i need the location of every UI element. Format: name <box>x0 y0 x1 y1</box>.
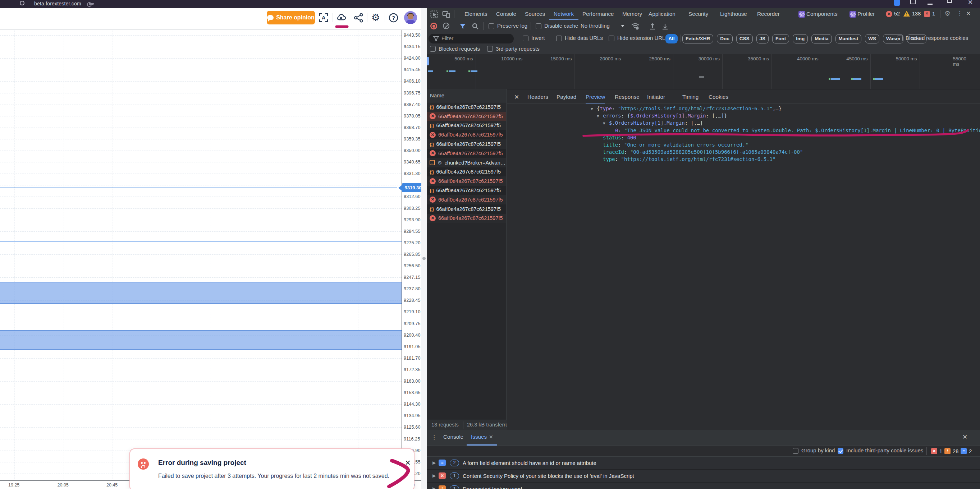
preserve-log-checkbox[interactable] <box>488 23 494 29</box>
invert-checkbox[interactable] <box>523 36 528 41</box>
page-scrollbar[interactable] <box>422 8 427 489</box>
devtools-tab-lighthouse[interactable]: Lighthouse <box>715 8 752 20</box>
json-line[interactable]: traceId: "00-ad53509ad5288205e500f10f5b9… <box>603 149 803 155</box>
hide-extension-urls-checkbox[interactable] <box>609 36 614 41</box>
filter-chip-font[interactable]: Font <box>772 34 789 43</box>
details-tab-payload[interactable]: Payload <box>557 91 576 103</box>
devtools-tab-memory[interactable]: Memory <box>617 8 647 20</box>
filter-chip-manifest[interactable]: Manifest <box>835 34 862 43</box>
json-line[interactable]: type: "https://tools.ietf.org/html/rfc72… <box>603 156 775 162</box>
inspect-icon[interactable] <box>430 10 438 18</box>
filter-toggle-icon[interactable] <box>459 23 466 30</box>
details-tab-preview[interactable]: Preview <box>585 91 605 103</box>
disable-cache-label[interactable]: Disable cache <box>544 23 578 29</box>
json-line[interactable]: 0: "The JSON value could not be converte… <box>615 127 980 133</box>
blocked-cookies-label[interactable]: Blocked response cookies <box>905 35 968 41</box>
export-har-icon[interactable] <box>661 22 669 30</box>
drawer-close-button[interactable]: ✕ <box>963 433 967 441</box>
column-header-name[interactable]: Name <box>427 89 506 102</box>
json-line[interactable]: status: 400 <box>603 135 636 140</box>
devtools-tab-profiler[interactable]: Profiler <box>858 8 875 20</box>
devtools-tab-performance[interactable]: Performance <box>578 8 619 20</box>
filter-chip-img[interactable]: Img <box>793 34 808 43</box>
share-opinion-button[interactable]: Share opinion <box>267 11 315 24</box>
json-preview[interactable]: ▼{type: "https://tools.ietf.org/html/rfc… <box>507 103 980 427</box>
chart-zone-rect-2[interactable] <box>0 330 402 350</box>
request-row[interactable]: ✕66aff0e4a267c87c621597f5 <box>427 176 506 186</box>
throttling-select[interactable]: No throttling <box>581 23 610 29</box>
window-restore-button[interactable] <box>947 0 952 3</box>
text-select-icon[interactable]: A <box>318 12 329 23</box>
third-party-cookies-label[interactable]: Include third-party cookie issues <box>846 447 923 453</box>
import-har-icon[interactable] <box>649 22 657 30</box>
error-count[interactable]: 52 <box>894 11 900 16</box>
json-line[interactable]: $.OrdersHistory[1].Margin: [,…] <box>609 120 703 126</box>
disable-cache-checkbox[interactable] <box>536 23 541 29</box>
details-tab-response[interactable]: Response <box>615 91 640 103</box>
devtools-tab-recorder[interactable]: Recorder <box>752 8 784 20</box>
details-tab-cookies[interactable]: Cookies <box>709 91 729 103</box>
third-party-label[interactable]: 3rd-party requests <box>496 46 539 52</box>
details-tab-timing[interactable]: Timing <box>682 91 698 103</box>
scrollbar-thumb[interactable] <box>422 257 426 260</box>
third-party-cookies-checkbox[interactable] <box>838 448 843 454</box>
issue-row[interactable]: ▶≡2A form field element should have an i… <box>427 457 980 470</box>
record-button[interactable] <box>430 23 437 29</box>
browser-tab[interactable]: beta.forextester.com <box>34 1 81 6</box>
devtools-tab-application[interactable]: Application <box>644 8 680 20</box>
extension-shield-icon[interactable] <box>894 0 900 6</box>
issue-row[interactable]: ▶✕1Content Security Policy of your site … <box>427 470 980 483</box>
device-toolbar-icon[interactable] <box>442 10 450 18</box>
json-line[interactable]: errors: {$.OrdersHistory[1].Margin: [,…]… <box>603 113 727 119</box>
issue-count[interactable]: 1 <box>932 11 935 16</box>
request-row[interactable]: ✕66aff0e4a267c87c621597f5 <box>427 149 506 158</box>
devtools-close-button[interactable]: ✕ <box>966 10 970 17</box>
request-row[interactable]: ✕66aff0e4a267c87c621597f5 <box>427 214 506 223</box>
help-icon[interactable]: ? <box>388 12 399 23</box>
cloud-sync-icon[interactable] <box>336 12 347 23</box>
devtools-settings-icon[interactable]: ⚙ <box>944 10 951 17</box>
request-row[interactable]: {;}66aff0e4a267c87c621597f5 <box>427 121 506 130</box>
group-by-kind-checkbox[interactable] <box>793 448 799 454</box>
request-row[interactable]: ‥⚙chunked?Broker=Advan… <box>427 158 506 167</box>
blocked-requests-label[interactable]: Blocked requests <box>439 46 480 52</box>
console-errors-icon[interactable]: ✕ <box>886 11 892 17</box>
issues-tab-close-icon[interactable]: ✕ <box>489 434 493 440</box>
filter-chip-media[interactable]: Media <box>811 34 832 43</box>
json-line[interactable]: title: "One or more validation errors oc… <box>603 142 748 148</box>
console-warnings-icon[interactable]: ! <box>904 11 910 16</box>
preserve-log-label[interactable]: Preserve log <box>497 23 527 29</box>
filter-chip-doc[interactable]: Doc <box>717 34 733 43</box>
details-close-button[interactable]: ✕ <box>514 94 519 101</box>
price-chart[interactable]: 9443.509434.159424.809415.459406.109396.… <box>0 29 427 489</box>
devtools-tab-elements[interactable]: Elements <box>460 8 492 20</box>
devtools-tab-security[interactable]: Security <box>684 8 713 20</box>
filter-chip-ws[interactable]: WS <box>865 34 879 43</box>
request-row[interactable]: {;}66aff0e4a267c87c621597f5 <box>427 205 506 214</box>
tab-groups-icon[interactable] <box>910 0 916 4</box>
filter-chip-all[interactable]: All <box>665 34 678 43</box>
blocked-requests-checkbox[interactable] <box>430 46 436 52</box>
user-avatar[interactable] <box>404 11 417 24</box>
request-row[interactable]: ✕66aff0e4a267c87c621597f5 <box>427 130 506 140</box>
drawer-menu-icon[interactable]: ⋮ <box>431 433 437 441</box>
filter-chip-js[interactable]: JS <box>756 34 769 43</box>
group-by-kind-label[interactable]: Group by kind <box>801 447 835 453</box>
request-row[interactable]: {;}66aff0e4a267c87c621597f5 <box>427 140 506 149</box>
devtools-tab-network[interactable]: Network <box>549 8 578 20</box>
hide-data-urls-checkbox[interactable] <box>556 36 562 41</box>
request-row[interactable]: {;}66aff0e4a267c87c621597f5 <box>427 186 506 195</box>
overview-handle[interactable] <box>427 57 429 65</box>
filter-input[interactable]: Filter <box>428 34 514 43</box>
issue-row[interactable]: ▶!1Deprecated feature used <box>427 483 980 489</box>
json-line[interactable]: {type: "https://tools.ietf.org/html/rfc7… <box>597 106 781 111</box>
details-tab-initiator[interactable]: Initiator <box>647 91 665 103</box>
third-party-checkbox[interactable] <box>487 46 493 52</box>
request-row[interactable]: {;}66aff0e4a267c87c621597f5 <box>427 102 506 112</box>
request-row[interactable]: {;}66aff0e4a267c87c621597f5 <box>427 167 506 177</box>
throttling-dropdown-arrow[interactable] <box>621 25 624 27</box>
clear-button[interactable] <box>443 23 449 29</box>
network-conditions-icon[interactable] <box>631 22 640 30</box>
drawer-tab-console[interactable]: Console <box>443 433 463 440</box>
issues-icon[interactable]: ✕ <box>924 11 930 17</box>
